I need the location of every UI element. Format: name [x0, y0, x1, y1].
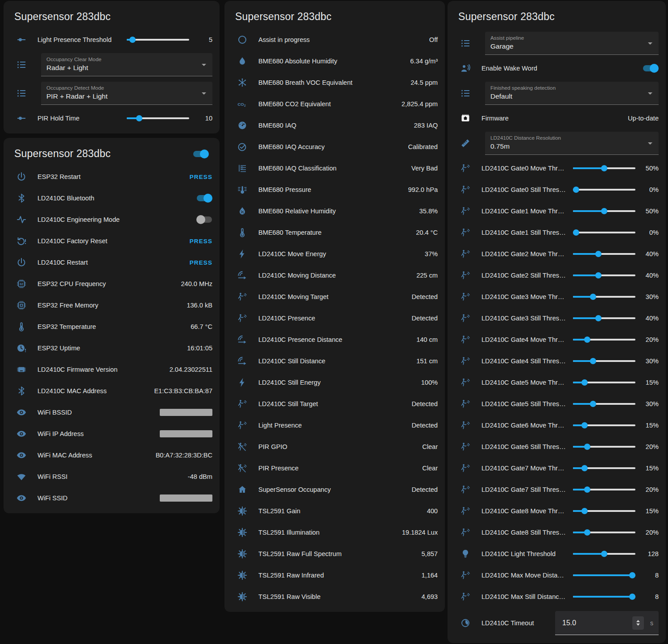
- entity-label[interactable]: LD2410C Gate0 Still Thres…: [481, 186, 569, 193]
- slider[interactable]: [573, 399, 635, 408]
- entity-label[interactable]: PIR GPIO: [258, 443, 417, 450]
- entity-label[interactable]: SuperSensor Occupancy: [258, 486, 407, 493]
- entity-label[interactable]: LD2410C Max Still Distanc…: [481, 593, 569, 600]
- select-field[interactable]: LD2410C Distance Resolution0.75m: [485, 132, 659, 155]
- entity-label[interactable]: WiFi RSSI: [37, 473, 183, 480]
- entity-label[interactable]: LD2410C Still Energy: [258, 379, 416, 386]
- entity-label[interactable]: LD2410C Gate6 Move Thr…: [481, 422, 569, 429]
- stepper-up-icon[interactable]: [636, 620, 640, 622]
- entity-label[interactable]: Firmware: [481, 115, 622, 122]
- entity-label[interactable]: TSL2591 Raw Infrared: [258, 572, 416, 579]
- entity-label[interactable]: ESP32 Uptime: [37, 345, 182, 352]
- number-input[interactable]: 15.0s: [555, 611, 659, 635]
- entity-label[interactable]: LD2410C Firmware Version: [37, 366, 164, 373]
- toggle-thumb[interactable]: [200, 150, 209, 158]
- entity-label[interactable]: LD2410C Moving Distance: [258, 272, 411, 279]
- slider[interactable]: [573, 421, 635, 430]
- slider[interactable]: [573, 292, 635, 301]
- stepper-down-icon[interactable]: [636, 623, 640, 626]
- slider[interactable]: [573, 442, 635, 451]
- toggle-switch[interactable]: [196, 194, 212, 203]
- slider[interactable]: [573, 507, 635, 515]
- slider[interactable]: [573, 228, 635, 237]
- entity-label[interactable]: BME680 IAQ Classification: [258, 165, 406, 172]
- slider[interactable]: [573, 249, 635, 258]
- press-button[interactable]: PRESS: [190, 174, 212, 180]
- entity-label[interactable]: ESP32 Restart: [37, 173, 184, 180]
- entity-label[interactable]: BME680 CO2 Equivalent: [258, 100, 396, 108]
- slider-track[interactable]: [127, 39, 189, 41]
- entity-label[interactable]: BME680 IAQ: [258, 122, 408, 129]
- select-field[interactable]: Occupancy Detect ModePIR + Radar + Light: [41, 82, 212, 105]
- toggle-thumb[interactable]: [650, 64, 659, 73]
- press-button[interactable]: PRESS: [190, 259, 212, 266]
- slider[interactable]: [573, 528, 635, 537]
- entity-label[interactable]: BME680 Pressure: [258, 186, 402, 193]
- slider[interactable]: [573, 207, 635, 216]
- slider-thumb[interactable]: [601, 551, 607, 557]
- entity-label[interactable]: LD2410C Timeout: [481, 619, 550, 627]
- slider-thumb[interactable]: [590, 358, 596, 364]
- slider-thumb[interactable]: [581, 508, 588, 514]
- slider-thumb[interactable]: [581, 379, 588, 386]
- card-toggle[interactable]: [193, 150, 209, 158]
- entity-label[interactable]: LD2410C Gate5 Move Thr…: [481, 379, 569, 386]
- entity-label[interactable]: TSL2591 Gain: [258, 507, 422, 515]
- slider[interactable]: [573, 549, 635, 558]
- slider[interactable]: [127, 114, 189, 123]
- entity-label[interactable]: LD2410C Gate7 Move Thr…: [481, 465, 569, 472]
- entity-label[interactable]: LD2410C Engineering Mode: [37, 216, 191, 223]
- toggle-thumb[interactable]: [203, 194, 212, 203]
- slider-thumb[interactable]: [601, 165, 607, 171]
- toggle-thumb[interactable]: [196, 215, 205, 224]
- entity-label[interactable]: LD2410C Gate1 Move Thr…: [481, 208, 569, 215]
- entity-label[interactable]: LD2410C Gate8 Still Thres…: [481, 529, 569, 536]
- slider[interactable]: [573, 378, 635, 387]
- slider-thumb[interactable]: [595, 251, 602, 257]
- slider-thumb[interactable]: [595, 315, 602, 321]
- entity-label[interactable]: LD2410C Gate8 Move Thr…: [481, 507, 569, 515]
- select-field[interactable]: Finished speaking detectionDefault: [485, 82, 659, 105]
- entity-label[interactable]: LD2410C Moving Target: [258, 293, 407, 300]
- entity-label[interactable]: LD2410C Gate5 Still Thres…: [481, 400, 569, 407]
- entity-label[interactable]: LD2410C Gate0 Move Thr…: [481, 165, 569, 172]
- slider[interactable]: [573, 592, 635, 601]
- slider-thumb[interactable]: [573, 229, 579, 236]
- entity-label[interactable]: LD2410C Gate2 Move Thr…: [481, 250, 569, 258]
- slider[interactable]: [573, 571, 635, 580]
- entity-label[interactable]: BME680 Temperature: [258, 229, 411, 236]
- entity-label[interactable]: WiFi MAC Address: [37, 452, 150, 459]
- entity-label[interactable]: ESP32 CPU Frequency: [37, 280, 175, 287]
- toggle-switch[interactable]: [643, 64, 659, 73]
- entity-label[interactable]: Light Presence Threshold: [37, 36, 123, 43]
- slider-track[interactable]: [573, 232, 635, 233]
- entity-label[interactable]: BME680 Breath VOC Equivalent: [258, 79, 405, 86]
- entity-label[interactable]: LD2410C Gate2 Still Thres…: [481, 272, 569, 279]
- slider[interactable]: [573, 464, 635, 473]
- entity-label[interactable]: LD2410C Light Threshold: [481, 550, 569, 557]
- slider[interactable]: [573, 271, 635, 280]
- slider-thumb[interactable]: [601, 208, 607, 214]
- slider-thumb[interactable]: [584, 529, 590, 536]
- select-field[interactable]: Assist pipelineGarage: [485, 32, 659, 55]
- entity-label[interactable]: LD2410C Presence: [258, 315, 407, 322]
- entity-label[interactable]: LD2410C Gate3 Still Thres…: [481, 315, 569, 322]
- slider-thumb[interactable]: [573, 187, 579, 193]
- slider[interactable]: [573, 335, 635, 344]
- entity-label[interactable]: TSL2591 Illumination: [258, 529, 397, 536]
- entity-label[interactable]: LD2410C Gate1 Still Thres…: [481, 229, 569, 236]
- entity-label[interactable]: BME680 IAQ Accuracy: [258, 143, 402, 150]
- entity-label[interactable]: LD2410C Gate3 Move Thr…: [481, 293, 569, 300]
- entity-label[interactable]: PIR Hold Time: [37, 115, 123, 122]
- entity-label[interactable]: LD2410C MAC Address: [37, 387, 149, 395]
- slider-thumb[interactable]: [129, 37, 136, 43]
- entity-label[interactable]: LD2410C Move Energy: [258, 250, 419, 258]
- entity-label[interactable]: Assist in progress: [258, 36, 424, 43]
- entity-label[interactable]: LD2410C Gate4 Move Thr…: [481, 336, 569, 343]
- entity-label[interactable]: LD2410C Restart: [37, 259, 184, 266]
- entity-label[interactable]: LD2410C Still Target: [258, 400, 407, 407]
- entity-label[interactable]: LD2410C Presence Distance: [258, 336, 411, 343]
- slider[interactable]: [573, 485, 635, 494]
- slider[interactable]: [573, 357, 635, 366]
- entity-label[interactable]: LD2410C Gate4 Still Thres…: [481, 357, 569, 365]
